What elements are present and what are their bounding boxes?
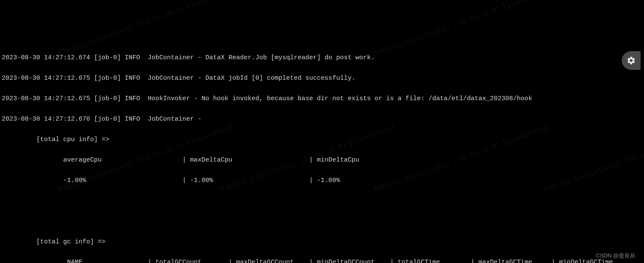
log-line: 2023-08-30 14:27:12.675 [job-0] INFO Job… xyxy=(2,73,642,84)
blank-line xyxy=(2,196,642,206)
settings-button[interactable] xyxy=(622,51,641,70)
gc-info-header: [total gc info] => xyxy=(2,237,642,247)
cpu-info-columns: averageCpu | maxDeltaCpu | minDeltaCpu xyxy=(2,155,642,165)
log-line: 2023-08-30 14:27:12.676 [job-0] INFO Job… xyxy=(2,114,642,124)
gc-info-columns: NAME | totalGCCount | maxDeltaGCCount | … xyxy=(2,257,642,263)
terminal-output: 2023-08-30 14:27:12.674 [job-0] INFO Job… xyxy=(0,41,644,263)
cpu-info-header: [total cpu info] => xyxy=(2,135,642,145)
csdn-watermark: CSDN @是良辰 xyxy=(596,251,635,260)
log-line: 2023-08-30 14:27:12.675 [job-0] INFO Hoo… xyxy=(2,94,642,104)
cpu-info-values: -1.00% | -1.00% | -1.00% xyxy=(2,176,642,186)
blank-line xyxy=(2,217,642,227)
log-line: 2023-08-30 14:27:12.674 [job-0] INFO Job… xyxy=(2,53,642,63)
gear-icon xyxy=(626,56,636,65)
